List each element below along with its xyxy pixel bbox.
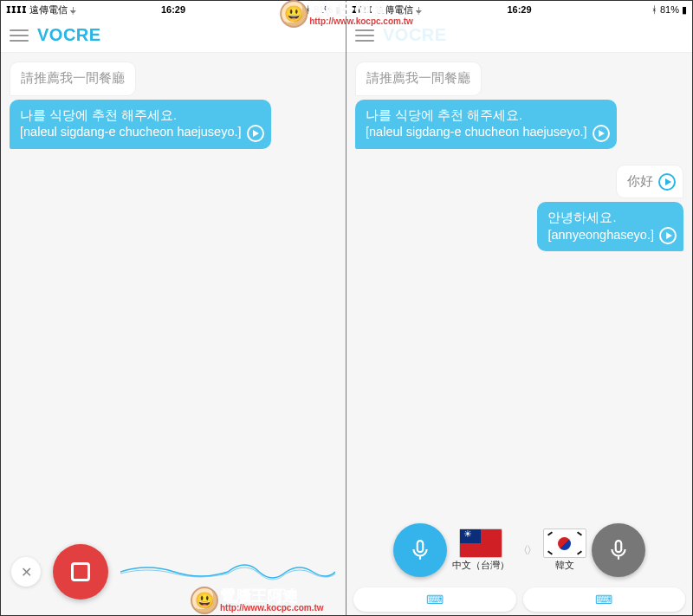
menu-icon[interactable]: [355, 29, 374, 42]
message-source[interactable]: 你好: [616, 165, 683, 199]
play-icon[interactable]: [658, 173, 676, 191]
mic-button-target[interactable]: [592, 523, 645, 577]
play-icon[interactable]: [659, 227, 677, 244]
cancel-button[interactable]: ✕: [11, 557, 41, 587]
watermark-url: http://www.kocpc.com.tw: [309, 17, 413, 26]
stop-record-button[interactable]: [53, 544, 108, 600]
watermark-avatar-icon: 😃: [280, 0, 308, 28]
source-language[interactable]: 中文（台灣）: [452, 528, 509, 572]
left-screenshot: 𝗜𝗜𝗜𝗜遠傳電信⏚ 16:29 ᚼ81%▮ VOCRE 請推薦我一間餐廳 나를 …: [1, 1, 346, 615]
right-screenshot: 𝗜𝗜𝗜𝗜遠傳電信⏚ 16:29 ᚼ81%▮ VOCRE 請推薦我一間餐廳 나를 …: [346, 1, 692, 615]
flag-korea-icon: [543, 528, 586, 558]
translation-text: 나를 식당에 추천 해주세요. [naleul sigdang-e chuche…: [366, 108, 587, 139]
menu-icon[interactable]: [10, 29, 29, 42]
message-translation[interactable]: 나를 식당에 추천 해주세요. [naleul sigdang-e chuche…: [355, 100, 617, 149]
play-icon[interactable]: [247, 125, 264, 142]
message-translation[interactable]: 나를 식당에 추천 해주세요. [naleul sigdang-e chuche…: [10, 100, 271, 149]
app-logo: VOCRE: [37, 25, 101, 45]
translation-text: 나를 식당에 추천 해주세요. [naleul sigdang-e chuche…: [20, 108, 242, 139]
svg-rect-1: [615, 541, 621, 552]
watermark-url: http://www.kocpc.com.tw: [220, 604, 324, 613]
play-icon[interactable]: [593, 125, 610, 142]
battery-pct: 81%: [660, 4, 679, 15]
wifi-icon: ⏚: [70, 4, 76, 15]
watermark-title: 電腦王阿達: [220, 588, 324, 604]
watermark-avatar-icon: 😃: [191, 587, 218, 614]
watermark-title: 電腦王阿達: [309, 2, 413, 17]
clock-label: 16:29: [507, 4, 531, 15]
watermark: 😃 電腦王阿達http://www.kocpc.com.tw: [280, 0, 413, 28]
battery-icon: ▮: [682, 4, 687, 16]
clock-label: 16:29: [161, 4, 185, 15]
waveform: [120, 554, 335, 589]
swap-languages-button[interactable]: 〈 〉: [515, 543, 537, 558]
target-language[interactable]: 韓文: [543, 528, 586, 572]
flag-taiwan-icon: [459, 528, 502, 558]
svg-rect-0: [418, 541, 424, 552]
source-text: 你好: [627, 174, 653, 188]
target-language-label: 韓文: [555, 559, 574, 572]
mic-button-source[interactable]: [393, 523, 447, 577]
watermark: 😃 電腦王阿達http://www.kocpc.com.tw: [191, 587, 324, 614]
app-logo: VOCRE: [383, 25, 447, 45]
bluetooth-icon: ᚼ: [651, 4, 657, 15]
keyboard-button-source[interactable]: ⌨: [353, 587, 516, 612]
wifi-icon: ⏚: [416, 4, 422, 15]
keyboard-icon: ⌨: [426, 593, 444, 606]
translation-text: 안녕하세요. [annyeonghaseyo.]: [547, 211, 654, 242]
message-translation[interactable]: 안녕하세요. [annyeonghaseyo.]: [537, 202, 683, 251]
chat-area: 請推薦我一間餐廳 나를 식당에 추천 해주세요. [naleul sigdang…: [1, 53, 346, 528]
keyboard-icon: ⌨: [595, 593, 612, 606]
message-source[interactable]: 請推薦我一間餐廳: [355, 62, 482, 96]
carrier-label: 遠傳電信: [29, 3, 68, 16]
message-source[interactable]: 請推薦我一間餐廳: [10, 62, 136, 96]
source-language-label: 中文（台灣）: [452, 559, 509, 572]
keyboard-button-target[interactable]: ⌨: [523, 587, 686, 612]
chat-area: 請推薦我一間餐廳 나를 식당에 추천 해주세요. [naleul sigdang…: [346, 53, 692, 513]
idle-toolbar: 中文（台灣） 〈 〉 韓文 ⌨ ⌨: [346, 513, 692, 615]
signal-icon: 𝗜𝗜𝗜𝗜: [6, 4, 27, 16]
